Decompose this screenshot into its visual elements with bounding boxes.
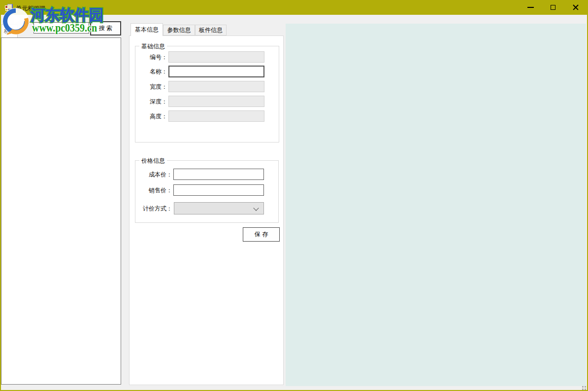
field-label-height: 高度：: [138, 112, 167, 121]
tab-panel-info[interactable]: 板件信息: [195, 25, 227, 36]
cabinet-listbox[interactable]: [1, 37, 121, 385]
app-icon-form: [7, 4, 13, 10]
sale-price-field[interactable]: [173, 184, 264, 196]
field-label-width: 宽度：: [138, 83, 167, 91]
width-field: [168, 81, 264, 92]
name-field[interactable]: [168, 66, 264, 77]
field-label-sale-price: 销售价：: [133, 186, 172, 195]
field-label-name: 名称：: [138, 68, 167, 76]
basic-info-tab-page: 基础信息 编号： 名称： 宽度： 深度： 高度： 价格信息 成本价： 销售价： …: [129, 36, 284, 385]
resize-grip[interactable]: [582, 386, 584, 388]
search-button[interactable]: 搜 索: [90, 21, 121, 36]
save-button[interactable]: 保 存: [243, 227, 280, 242]
field-label-number: 编号：: [138, 53, 167, 62]
depth-field: [168, 96, 264, 107]
pricing-method-dropdown[interactable]: [174, 202, 264, 214]
app-icon-gold-square: [5, 8, 8, 11]
maximize-button[interactable]: [542, 0, 564, 15]
app-icon: [5, 3, 13, 12]
field-label-cost-price: 成本价：: [133, 171, 172, 179]
preview-panel: [286, 24, 586, 386]
basic-info-group-title: 基础信息: [139, 42, 167, 51]
height-field: [168, 110, 264, 122]
chevron-down-icon: [253, 205, 259, 211]
minimize-icon: [527, 7, 534, 8]
title-bar: 单元柜管理: [0, 0, 588, 15]
field-label-depth: 深度：: [138, 98, 167, 106]
search-input[interactable]: [33, 22, 89, 34]
minimize-button[interactable]: [519, 0, 542, 15]
field-label-pricing-method: 计价方式：: [133, 205, 172, 213]
tab-basic-info[interactable]: 基本信息: [131, 23, 163, 36]
maximize-icon: [551, 5, 555, 10]
tab-cabinet-list[interactable]: 柜体: [1, 24, 18, 37]
app-window: 单元柜管理 柜体 搜 索 基本信息 参数信息 板件信息 基础信息 编号： 名称：…: [0, 0, 588, 391]
number-field: [168, 51, 264, 63]
price-info-group-title: 价格信息: [139, 157, 167, 165]
cost-price-field[interactable]: [173, 169, 264, 180]
close-button[interactable]: [564, 0, 587, 15]
close-icon: [572, 4, 579, 11]
tab-parameter-info[interactable]: 参数信息: [163, 25, 195, 36]
window-title: 单元柜管理: [16, 4, 45, 13]
